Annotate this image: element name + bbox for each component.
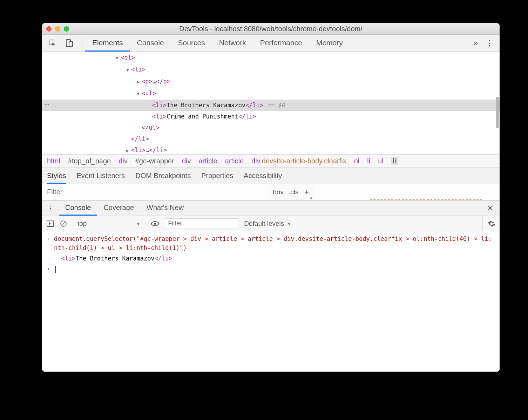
breadcrumb-item[interactable]: div — [119, 157, 128, 165]
subtab-accessibility[interactable]: Accessibility — [244, 172, 282, 180]
breadcrumb-item[interactable]: #top_of_page — [68, 157, 111, 165]
console-drawer: ⋮ ConsoleCoverageWhat's New ✕ top▼ Defau… — [42, 200, 500, 372]
box-model-fragment — [370, 199, 482, 201]
subtab-styles[interactable]: Styles — [47, 168, 66, 184]
close-window-button[interactable] — [46, 26, 52, 32]
breadcrumb-item[interactable]: article — [198, 157, 217, 165]
clear-console-icon[interactable] — [60, 220, 67, 228]
execution-context-select[interactable]: top▼ — [73, 216, 145, 231]
dom-tree-row[interactable]: ▼<li> — [42, 64, 500, 76]
breadcrumb-item[interactable]: li — [391, 157, 398, 165]
drawer-menu-icon[interactable]: ⋮ — [42, 204, 59, 212]
toggle-hover-button[interactable]: :hov — [271, 188, 284, 196]
minimize-window-button[interactable] — [55, 26, 60, 32]
new-style-rule-button[interactable]: ＋ — [303, 188, 310, 197]
breadcrumb-item[interactable]: li — [367, 157, 370, 165]
dom-tree-row[interactable]: <li>The Brothers Karamazov</li> == $0 — [42, 100, 500, 111]
tab-sources[interactable]: Sources — [171, 35, 212, 52]
window-title: DevTools - localhost:8080/web/tools/chro… — [42, 25, 500, 33]
drawer-tab-what-s-new[interactable]: What's New — [140, 201, 190, 216]
more-tabs-icon[interactable]: » — [474, 39, 478, 48]
dom-tree-row[interactable]: ▶<li>…</li> — [42, 144, 500, 154]
elements-dom-tree[interactable]: … ▼<ol>▼<li>▶<p>…</p>▼<ul><li>The Brothe… — [42, 52, 500, 154]
console-prompt-line[interactable]: › — [42, 264, 500, 274]
console-toolbar: top▼ Default levels▼ — [42, 216, 500, 231]
main-menu-icon[interactable]: ⋮ — [486, 39, 493, 48]
console-sidebar-toggle-icon[interactable] — [46, 220, 54, 228]
tab-network[interactable]: Network — [212, 35, 253, 52]
prompt-chevron-icon: › — [47, 264, 54, 273]
console-output[interactable]: › document.querySelector("#gc-wrapper > … — [42, 231, 500, 372]
console-input-line: › document.querySelector("#gc-wrapper > … — [42, 233, 500, 253]
devtools-window: DevTools - localhost:8080/web/tools/chro… — [42, 23, 500, 372]
breadcrumb-item[interactable]: ol — [354, 157, 360, 165]
svg-rect-2 — [69, 41, 73, 47]
dom-breadcrumb[interactable]: html#top_of_pagediv#gc-wrapperdivarticle… — [42, 154, 500, 168]
svg-line-6 — [62, 222, 65, 225]
subtab-event-listeners[interactable]: Event Listeners — [76, 172, 125, 180]
tab-performance[interactable]: Performance — [253, 35, 309, 52]
drawer-tabbar: ⋮ ConsoleCoverageWhat's New ✕ — [42, 201, 500, 216]
breadcrumb-item[interactable]: article — [225, 157, 244, 165]
dom-tree-row[interactable]: ▶<p>…</p> — [42, 76, 500, 88]
breadcrumb-item[interactable]: html — [47, 157, 60, 165]
inspect-element-icon[interactable] — [46, 38, 58, 49]
main-tabbar: ElementsConsoleSourcesNetworkPerformance… — [42, 35, 500, 52]
dom-tree-row[interactable]: </ul> — [42, 122, 500, 133]
tab-console[interactable]: Console — [130, 35, 171, 52]
titlebar: DevTools - localhost:8080/web/tools/chro… — [42, 23, 500, 35]
styles-toolbar: :hov .cls ＋ — [42, 184, 500, 200]
subtab-properties[interactable]: Properties — [201, 172, 233, 180]
live-expression-icon[interactable] — [151, 220, 159, 228]
close-drawer-button[interactable]: ✕ — [481, 204, 500, 213]
device-toolbar-icon[interactable] — [63, 38, 75, 49]
dom-tree-row[interactable]: ▼<ul> — [42, 88, 500, 100]
zoom-window-button[interactable] — [64, 26, 69, 32]
breadcrumb-item[interactable]: #gc-wrapper — [135, 157, 174, 165]
svg-point-8 — [154, 223, 156, 225]
dom-tree-row[interactable]: <li>Crime and Punishment</li> — [42, 111, 500, 122]
drawer-tab-console[interactable]: Console — [59, 201, 97, 216]
scrollbar-thumb[interactable] — [496, 97, 499, 128]
traffic-lights — [42, 26, 69, 32]
selected-line-gutter-icon[interactable]: … — [45, 97, 49, 108]
dom-tree-row[interactable]: ▼<ol> — [42, 52, 500, 64]
breadcrumb-item[interactable]: div.devsite-article-body.clearfix — [251, 157, 346, 165]
breadcrumb-item[interactable]: ul — [378, 157, 384, 165]
drawer-tab-coverage[interactable]: Coverage — [97, 201, 140, 216]
input-chevron-icon: › — [47, 234, 54, 243]
console-output-line: ‹· <li>The Brothers Karamazov</li> — [42, 253, 500, 264]
tab-elements[interactable]: Elements — [85, 35, 130, 52]
subtab-dom-breakpoints[interactable]: DOM Breakpoints — [135, 172, 191, 180]
output-chevron-icon: ‹· — [47, 254, 54, 263]
dom-tree-row[interactable]: </li> — [42, 133, 500, 144]
console-filter-input[interactable] — [165, 218, 238, 229]
toggle-class-button[interactable]: .cls — [289, 188, 299, 196]
breadcrumb-item[interactable]: div — [182, 157, 191, 165]
tab-memory[interactable]: Memory — [309, 35, 350, 52]
console-settings-icon[interactable] — [482, 216, 495, 231]
log-levels-select[interactable]: Default levels▼ — [244, 220, 292, 228]
elements-subtabs: StylesEvent ListenersDOM BreakpointsProp… — [42, 168, 500, 184]
